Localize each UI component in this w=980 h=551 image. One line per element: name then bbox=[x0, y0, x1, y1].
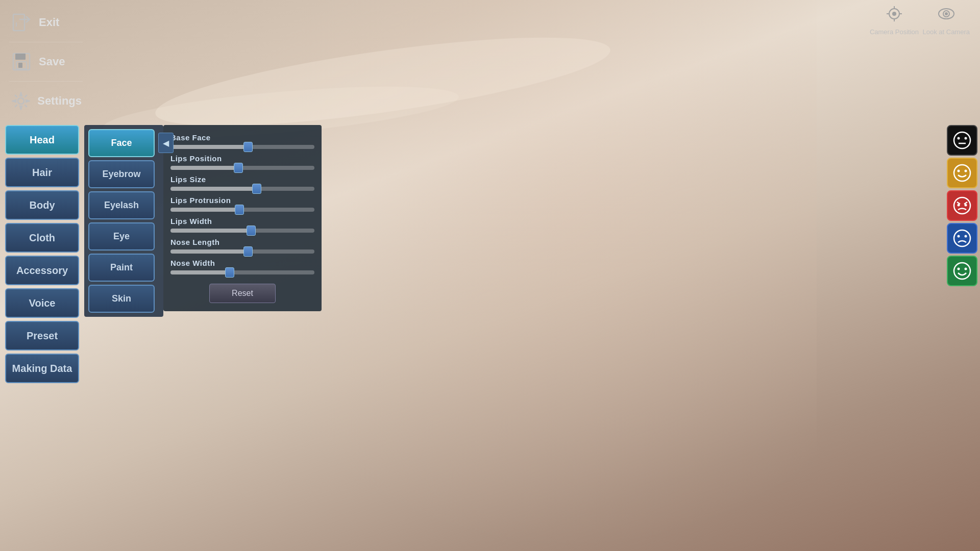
slider-fill-nose-width bbox=[170, 270, 230, 274]
slider-track-lips-size[interactable] bbox=[170, 187, 314, 191]
slider-thumb-nose-width[interactable] bbox=[225, 267, 234, 278]
svg-rect-4 bbox=[15, 54, 26, 60]
sidebar-item-making-data[interactable]: Making Data bbox=[5, 354, 79, 383]
svg-point-17 bbox=[954, 132, 970, 148]
svg-point-28 bbox=[965, 204, 967, 207]
top-menu: Exit Save Settings bbox=[0, 0, 92, 123]
slider-track-nose-length[interactable] bbox=[170, 249, 314, 254]
slider-label-lips-width: Lips Width bbox=[170, 217, 314, 226]
camera-position-icon bbox=[886, 5, 903, 26]
slider-group-lips-position: Lips Position bbox=[170, 154, 314, 171]
sub-item-eye[interactable]: Eye bbox=[88, 222, 155, 251]
camera-position-label: Camera Position bbox=[870, 28, 919, 36]
slider-label-lips-position: Lips Position bbox=[170, 154, 314, 163]
collapse-panel-button[interactable]: ◀ bbox=[158, 133, 174, 153]
sidebar-item-body[interactable]: Body bbox=[5, 190, 79, 220]
sub-item-eyelash[interactable]: Eyelash bbox=[88, 191, 155, 219]
expression-button-happy[interactable] bbox=[947, 158, 977, 188]
slider-fill-lips-size bbox=[170, 187, 257, 191]
sidebar-item-head[interactable]: Head bbox=[5, 125, 79, 155]
svg-point-30 bbox=[958, 235, 960, 238]
slider-fill-lips-width bbox=[170, 229, 251, 233]
expression-button-sad[interactable] bbox=[947, 223, 977, 254]
slider-group-lips-protrusion: Lips Protrusion bbox=[170, 196, 314, 213]
slider-fill-lips-protrusion bbox=[170, 208, 239, 212]
save-label: Save bbox=[39, 55, 65, 68]
slider-track-lips-width[interactable] bbox=[170, 229, 314, 233]
svg-point-19 bbox=[965, 137, 967, 140]
svg-point-27 bbox=[958, 204, 960, 207]
sub-item-skin[interactable]: Skin bbox=[88, 285, 155, 313]
sliders-panel: Base FaceLips PositionLips SizeLips Prot… bbox=[163, 125, 322, 311]
svg-point-18 bbox=[958, 137, 960, 140]
svg-point-16 bbox=[945, 12, 948, 15]
look-at-camera-icon bbox=[938, 5, 955, 26]
settings-icon bbox=[10, 90, 31, 112]
slider-label-nose-width: Nose Width bbox=[170, 259, 314, 267]
slider-thumb-lips-position[interactable] bbox=[234, 163, 243, 173]
exit-icon bbox=[10, 11, 33, 34]
slider-label-lips-size: Lips Size bbox=[170, 175, 314, 184]
sidebar-item-accessory[interactable]: Accessory bbox=[5, 256, 79, 285]
look-at-camera-label: Look at Camera bbox=[923, 28, 970, 36]
slider-group-lips-width: Lips Width bbox=[170, 217, 314, 234]
sidebar-item-hair[interactable]: Hair bbox=[5, 158, 79, 187]
svg-point-31 bbox=[965, 235, 967, 238]
svg-point-23 bbox=[965, 170, 967, 172]
slider-label-base-face: Base Face bbox=[170, 133, 314, 142]
category-sidebar: HeadHairBodyClothAccessoryVoicePresetMak… bbox=[5, 125, 84, 383]
svg-line-26 bbox=[964, 202, 967, 204]
exit-menu-item[interactable]: Exit bbox=[5, 5, 87, 40]
slider-track-nose-width[interactable] bbox=[170, 270, 314, 274]
slider-group-lips-size: Lips Size bbox=[170, 175, 314, 192]
reset-button[interactable]: Reset bbox=[209, 284, 276, 303]
camera-position-control[interactable]: Camera Position bbox=[870, 5, 919, 36]
expression-button-smile[interactable] bbox=[947, 256, 977, 286]
slider-track-lips-position[interactable] bbox=[170, 166, 314, 170]
slider-fill-lips-position bbox=[170, 166, 238, 170]
svg-rect-0 bbox=[13, 14, 24, 31]
slider-group-nose-length: Nose Length bbox=[170, 238, 314, 255]
settings-label: Settings bbox=[37, 94, 82, 108]
sidebar-item-cloth[interactable]: Cloth bbox=[5, 223, 79, 253]
slider-label-lips-protrusion: Lips Protrusion bbox=[170, 196, 314, 205]
slider-fill-nose-length bbox=[170, 249, 248, 254]
slider-thumb-lips-width[interactable] bbox=[247, 226, 256, 236]
slider-thumb-lips-protrusion[interactable] bbox=[235, 205, 244, 215]
save-icon bbox=[10, 51, 33, 73]
exit-label: Exit bbox=[39, 16, 59, 29]
sub-item-face[interactable]: Face bbox=[88, 129, 155, 157]
slider-thumb-base-face[interactable] bbox=[243, 142, 253, 152]
svg-point-34 bbox=[965, 268, 967, 270]
slider-group-base-face: Base Face bbox=[170, 133, 314, 150]
expression-button-angry[interactable] bbox=[947, 190, 977, 221]
svg-point-13 bbox=[892, 12, 896, 16]
sub-item-paint[interactable]: Paint bbox=[88, 254, 155, 282]
sub-item-eyebrow[interactable]: Eyebrow bbox=[88, 160, 155, 188]
svg-point-32 bbox=[954, 263, 970, 279]
slider-thumb-nose-length[interactable] bbox=[243, 246, 253, 257]
svg-point-7 bbox=[18, 98, 24, 104]
sub-category-panel: FaceEyebrowEyelashEyePaintSkin bbox=[84, 125, 163, 317]
sidebar-item-voice[interactable]: Voice bbox=[5, 288, 79, 318]
slider-thumb-lips-size[interactable] bbox=[252, 184, 261, 194]
save-menu-item[interactable]: Save bbox=[5, 44, 87, 79]
settings-menu-item[interactable]: Settings bbox=[5, 84, 87, 118]
slider-label-nose-length: Nose Length bbox=[170, 238, 314, 246]
svg-point-29 bbox=[954, 230, 970, 246]
svg-rect-6 bbox=[18, 63, 22, 68]
slider-track-base-face[interactable] bbox=[170, 145, 314, 149]
svg-point-33 bbox=[958, 268, 960, 270]
svg-point-22 bbox=[958, 170, 960, 172]
sidebar-item-preset[interactable]: Preset bbox=[5, 321, 79, 350]
menu-divider-2 bbox=[9, 81, 83, 82]
slider-track-lips-protrusion[interactable] bbox=[170, 208, 314, 212]
svg-line-25 bbox=[957, 202, 960, 204]
expression-button-neutral[interactable] bbox=[947, 125, 977, 156]
svg-point-21 bbox=[954, 165, 970, 181]
expression-panel bbox=[944, 125, 980, 286]
menu-divider-1 bbox=[9, 42, 83, 42]
svg-point-24 bbox=[954, 197, 970, 214]
slider-group-nose-width: Nose Width bbox=[170, 259, 314, 276]
look-at-camera-control[interactable]: Look at Camera bbox=[923, 5, 970, 36]
